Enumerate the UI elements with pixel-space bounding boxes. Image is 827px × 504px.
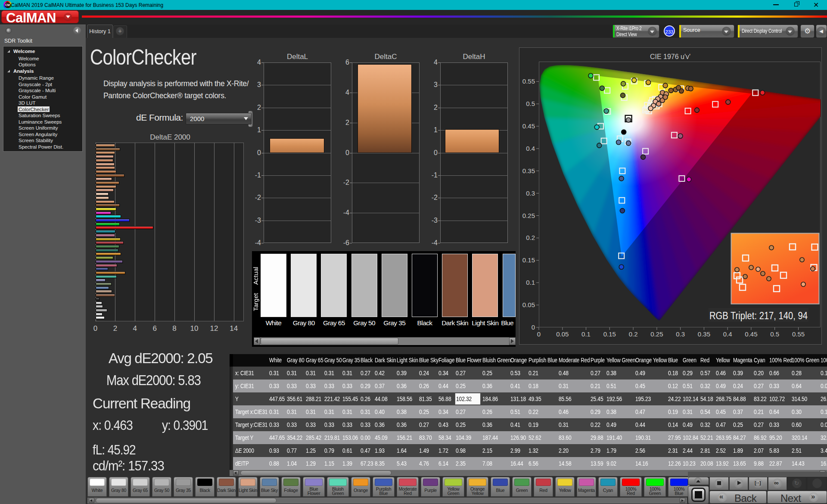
svg-text:0.35: 0.35 bbox=[698, 330, 710, 338]
svg-text:0.5: 0.5 bbox=[770, 330, 779, 338]
svg-text:0.55: 0.55 bbox=[522, 78, 535, 85]
svg-text:0.25: 0.25 bbox=[650, 330, 663, 338]
svg-text:0.1: 0.1 bbox=[581, 330, 591, 338]
svg-text:0.55: 0.55 bbox=[792, 330, 805, 338]
svg-text:0.25: 0.25 bbox=[522, 212, 535, 219]
svg-text:0.3: 0.3 bbox=[526, 190, 535, 197]
svg-text:0.05: 0.05 bbox=[522, 301, 535, 308]
svg-text:0: 0 bbox=[537, 330, 541, 338]
svg-text:0.1: 0.1 bbox=[526, 279, 535, 286]
svg-text:RGB Triplet: 217, 140, 94: RGB Triplet: 217, 140, 94 bbox=[709, 310, 808, 321]
svg-text:0.4: 0.4 bbox=[526, 145, 535, 152]
svg-text:0.2: 0.2 bbox=[526, 234, 535, 241]
svg-text:0.45: 0.45 bbox=[522, 122, 535, 130]
svg-text:CIE 1976 u'v': CIE 1976 u'v' bbox=[650, 53, 690, 60]
svg-text:0: 0 bbox=[532, 324, 535, 331]
svg-text:0.15: 0.15 bbox=[603, 330, 616, 338]
svg-text:0.4: 0.4 bbox=[723, 330, 732, 338]
svg-text:0.15: 0.15 bbox=[522, 256, 535, 264]
svg-text:0.45: 0.45 bbox=[745, 330, 757, 338]
svg-text:0.35: 0.35 bbox=[522, 167, 535, 174]
svg-text:0.3: 0.3 bbox=[676, 330, 685, 338]
svg-text:0.5: 0.5 bbox=[526, 100, 535, 107]
svg-text:0.2: 0.2 bbox=[629, 330, 638, 338]
svg-text:0.05: 0.05 bbox=[556, 330, 569, 338]
